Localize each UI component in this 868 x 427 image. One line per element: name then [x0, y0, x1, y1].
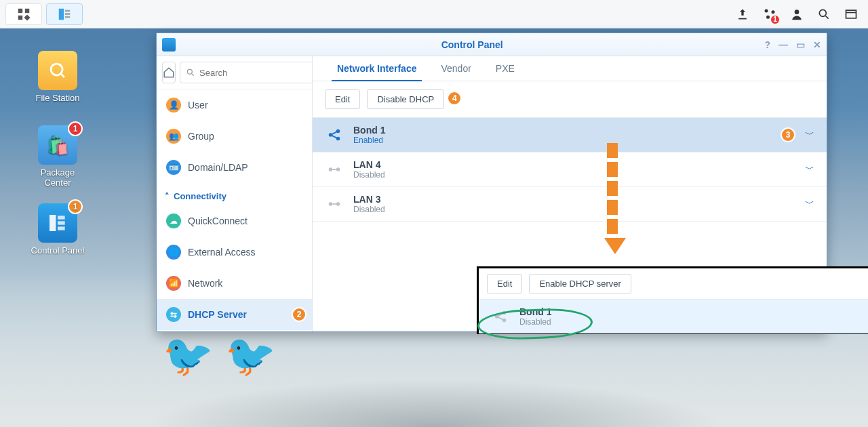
- svg-rect-16: [58, 216, 65, 219]
- globe-icon: 🌐: [166, 245, 181, 260]
- svg-point-12: [819, 9, 826, 16]
- sidebar-item-externalaccess[interactable]: 🌐 External Access: [157, 237, 312, 268]
- sidebar-label: Domain/LDAP: [188, 162, 248, 173]
- taskbar-apps-button[interactable]: [5, 3, 42, 25]
- window-app-icon: [162, 38, 176, 52]
- interface-row-bond1[interactable]: Bond 1 Enabled 3 ﹀: [313, 118, 827, 152]
- chevron-up-icon: ˄: [165, 191, 170, 201]
- svg-rect-5: [65, 9, 70, 12]
- home-icon: [163, 66, 175, 79]
- chevron-down-icon[interactable]: ﹀: [805, 198, 814, 210]
- svg-rect-4: [59, 8, 64, 20]
- sidebar-label: DHCP Server: [188, 309, 247, 320]
- user-icon[interactable]: [785, 3, 808, 26]
- enable-dhcp-button[interactable]: Enable DHCP server: [529, 274, 631, 293]
- network-icon: 📶: [166, 276, 181, 291]
- window-minimize-button[interactable]: —: [778, 39, 788, 50]
- sidebar-item-dhcp-server[interactable]: ⇆ DHCP Server 2: [157, 299, 312, 330]
- sidebar-label: QuickConnect: [188, 216, 248, 226]
- search-icon: [186, 68, 195, 77]
- search-input[interactable]: [180, 62, 313, 83]
- search-icon[interactable]: [812, 3, 835, 26]
- share-icon: [325, 127, 344, 142]
- notifications-icon[interactable]: 1: [758, 3, 781, 26]
- sidebar-label: Group: [188, 131, 214, 142]
- svg-rect-17: [58, 221, 65, 224]
- interface-row-lan3[interactable]: LAN 3 Disabled ﹀: [313, 187, 827, 222]
- svg-point-9: [772, 10, 775, 14]
- taskbar-controlpanel-button[interactable]: [46, 3, 83, 25]
- control-panel-window: Control Panel ? — ▭ ✕ 👤 User: [156, 33, 827, 332]
- sidebar-item-domain[interactable]: 🪪 Domain/LDAP: [157, 152, 312, 183]
- svg-rect-2: [18, 15, 22, 19]
- dhcp-icon: ⇆: [166, 307, 181, 322]
- interface-row-lan4[interactable]: LAN 4 Disabled ﹀: [313, 152, 827, 187]
- sidebar-item-group[interactable]: 👥 Group: [157, 121, 312, 152]
- window-close-button[interactable]: ✕: [813, 39, 821, 50]
- widgets-icon[interactable]: [840, 3, 863, 26]
- interface-status: Disabled: [519, 317, 868, 327]
- svg-point-23: [329, 167, 333, 171]
- sidebar-label: External Access: [188, 247, 256, 258]
- section-label: Connectivity: [174, 191, 226, 201]
- decorative-birds: 🐦 🐦: [163, 331, 276, 380]
- dhcp-after-callout: Edit Enable DHCP server Bond 1 Disabled …: [477, 266, 868, 334]
- interface-status: Disabled: [353, 170, 795, 180]
- main-panel: Network Interface Vendor PXE Edit Disabl…: [313, 56, 827, 331]
- tab-pxe[interactable]: PXE: [484, 56, 527, 81]
- lan-icon: [325, 162, 344, 177]
- edit-button[interactable]: Edit: [325, 89, 360, 109]
- desktop-label: File Station: [35, 93, 79, 103]
- package-icon: 🛍️ 1: [38, 125, 77, 165]
- callout-badge-2: 2: [292, 307, 307, 322]
- sidebar-item-quickconnect[interactable]: ☁ QuickConnect: [157, 205, 312, 237]
- interface-status: Enabled: [353, 136, 775, 145]
- edit-button[interactable]: Edit: [487, 274, 522, 293]
- interface-status: Disabled: [353, 205, 795, 214]
- user-icon: 👤: [166, 98, 181, 113]
- svg-rect-0: [18, 8, 22, 12]
- chevron-down-icon[interactable]: ﹀: [805, 163, 814, 176]
- tab-vendor[interactable]: Vendor: [429, 56, 483, 81]
- svg-rect-1: [25, 8, 29, 12]
- svg-point-11: [795, 9, 800, 14]
- sidebar-item-user[interactable]: 👤 User: [157, 89, 312, 121]
- sidebar-section-connectivity[interactable]: ˄ Connectivity: [157, 183, 312, 205]
- svg-rect-3: [24, 14, 31, 20]
- desktop-label: Package Center: [41, 167, 75, 188]
- home-button[interactable]: [162, 62, 176, 83]
- controlpanel-large-icon: 1: [38, 203, 77, 243]
- disable-dhcp-button[interactable]: Disable DHCP: [367, 89, 444, 109]
- upload-icon[interactable]: [731, 3, 754, 26]
- interface-row-bond1-after[interactable]: Bond 1 Disabled ﹀: [479, 299, 868, 333]
- svg-point-26: [336, 202, 340, 206]
- notification-badge: 1: [770, 15, 780, 24]
- search-field[interactable]: [199, 68, 313, 78]
- sidebar-label: User: [188, 100, 208, 110]
- lan-icon: [325, 197, 344, 211]
- ldap-icon: 🪪: [166, 160, 181, 175]
- apps-icon: [16, 7, 31, 22]
- callout-badge-3: 3: [781, 127, 795, 142]
- desktop-file-station[interactable]: File Station: [27, 51, 88, 103]
- window-maximize-button[interactable]: ▭: [796, 39, 805, 50]
- callout-badge-4: 4: [447, 91, 462, 106]
- svg-point-24: [336, 167, 340, 171]
- sidebar-item-network[interactable]: 📶 Network: [157, 268, 312, 299]
- tab-network-interface[interactable]: Network Interface: [325, 56, 429, 81]
- window-titlebar[interactable]: Control Panel ? — ▭ ✕: [157, 33, 827, 56]
- svg-point-25: [329, 202, 333, 206]
- svg-rect-15: [50, 215, 56, 231]
- desktop-control-panel[interactable]: 1 Control Panel: [27, 203, 88, 256]
- taskbar: 1: [0, 0, 868, 28]
- group-icon: 👥: [166, 129, 181, 144]
- sidebar-label: Network: [188, 278, 222, 289]
- desktop-package-center[interactable]: 🛍️ 1 Package Center: [27, 125, 88, 188]
- window-title: Control Panel: [180, 39, 764, 50]
- interface-name: Bond 1: [353, 125, 775, 136]
- controlpanel-icon: [57, 7, 72, 22]
- window-help-button[interactable]: ?: [764, 39, 770, 50]
- share-icon: [491, 309, 510, 324]
- chevron-down-icon[interactable]: ﹀: [805, 129, 814, 141]
- svg-point-10: [766, 15, 770, 18]
